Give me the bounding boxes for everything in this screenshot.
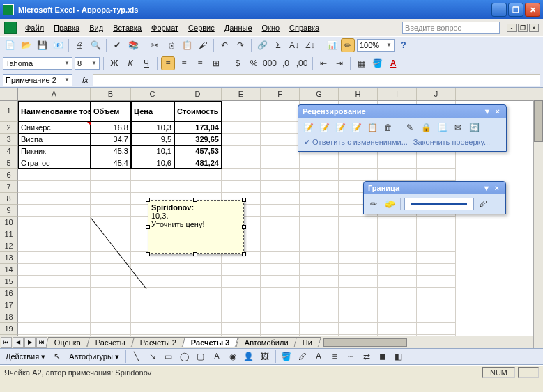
cell[interactable] (339, 264, 378, 276)
vertical-scrollbar[interactable] (533, 100, 543, 348)
cell[interactable] (300, 193, 339, 205)
row-header[interactable]: 6 (0, 169, 18, 181)
cut-icon[interactable]: ✂ (148, 38, 162, 52)
cell[interactable] (261, 252, 300, 264)
fill-color-draw-icon[interactable]: 🪣 (280, 350, 293, 363)
cell[interactable] (261, 193, 300, 205)
row-header[interactable]: 10 (0, 217, 18, 228)
format-painter-icon[interactable]: 🖌 (196, 38, 210, 52)
sheet-tab[interactable]: Расчеты 2 (131, 337, 185, 347)
inc-indent-icon[interactable]: ⇥ (332, 56, 346, 70)
col-header-H[interactable]: H (339, 88, 378, 100)
row-header[interactable]: 18 (0, 311, 18, 323)
cell[interactable] (91, 181, 131, 193)
border-toolbar[interactable]: Граница▼ × ✏ 🧽 🖊 (363, 181, 506, 214)
cell[interactable] (261, 276, 300, 288)
borders-icon[interactable]: ▦ (354, 56, 368, 70)
cell[interactable] (261, 169, 300, 181)
cell[interactable] (174, 264, 222, 276)
cell[interactable] (300, 288, 339, 299)
cell[interactable] (261, 146, 300, 157)
row-header[interactable]: 8 (0, 193, 18, 205)
cell[interactable] (222, 288, 261, 299)
menu-view[interactable]: Вид (85, 22, 107, 33)
print-icon[interactable]: 🖨 (72, 38, 86, 52)
cell[interactable] (18, 181, 91, 193)
diagram-icon[interactable]: ◉ (226, 350, 240, 363)
ink-icon[interactable]: ✎ (403, 120, 417, 134)
cell[interactable] (261, 264, 300, 276)
new-icon[interactable]: 📄 (3, 38, 17, 52)
cell[interactable] (91, 169, 131, 181)
underline-icon[interactable]: Ч (139, 56, 153, 70)
font-selector[interactable]: Tahoma▼ (3, 57, 72, 70)
row-header[interactable]: 16 (0, 288, 18, 299)
align-left-icon[interactable]: ≡ (161, 56, 175, 70)
cell[interactable] (222, 264, 261, 276)
cell-D1[interactable]: Стоимость (174, 101, 222, 122)
autoshapes-menu[interactable]: Автофигуры ▾ (66, 351, 122, 363)
workbook-icon[interactable] (4, 22, 17, 34)
cell[interactable] (417, 252, 456, 264)
cell[interactable] (300, 157, 339, 169)
sheet-tab[interactable]: Автомобили (236, 337, 298, 347)
cell[interactable] (222, 101, 261, 122)
cell[interactable] (417, 323, 456, 335)
draw-border-icon[interactable]: ✏ (367, 197, 381, 211)
cell-B5[interactable]: 45,4 (91, 157, 131, 169)
wordart-icon[interactable]: A (210, 350, 224, 363)
align-right-icon[interactable]: ≡ (193, 56, 207, 70)
cell[interactable] (378, 288, 417, 299)
cell[interactable] (91, 299, 131, 311)
update-icon[interactable]: 🔄 (467, 120, 481, 134)
cell[interactable] (222, 122, 261, 134)
track-icon[interactable]: 📃 (435, 120, 449, 134)
dash-style-icon[interactable]: ┄ (344, 350, 358, 363)
cell[interactable] (378, 217, 417, 228)
cell[interactable] (91, 311, 131, 323)
cell[interactable] (91, 193, 131, 205)
cell[interactable] (339, 276, 378, 288)
cell[interactable] (339, 157, 378, 169)
select-objects-icon[interactable]: ↖ (50, 350, 64, 363)
maximize-button[interactable]: ❐ (508, 3, 523, 17)
cell[interactable] (174, 311, 222, 323)
cell[interactable] (174, 299, 222, 311)
cell[interactable] (300, 169, 339, 181)
cell[interactable] (378, 323, 417, 335)
cell-A1[interactable]: Наименование товара (18, 101, 91, 122)
cell[interactable] (174, 169, 222, 181)
col-header-B[interactable]: B (91, 88, 131, 100)
menu-edit[interactable]: Правка (49, 22, 84, 33)
delete-comment-icon[interactable]: 🗑 (381, 120, 395, 134)
cell[interactable] (261, 157, 300, 169)
cell-A2[interactable]: Сникерс (18, 122, 91, 134)
close-button[interactable]: ✕ (525, 3, 540, 17)
draw-actions-menu[interactable]: Действия ▾ (3, 351, 48, 363)
select-all-corner[interactable] (0, 88, 18, 100)
cell-D5[interactable]: 481,24 (174, 157, 222, 169)
cell[interactable] (378, 252, 417, 264)
undo-icon[interactable]: ↶ (217, 38, 231, 52)
cell[interactable] (261, 228, 300, 240)
col-header-E[interactable]: E (222, 88, 261, 100)
cell[interactable] (222, 134, 261, 146)
cell[interactable] (261, 101, 300, 122)
menu-format[interactable]: Формат (147, 22, 183, 33)
cell-C2[interactable]: 10,3 (131, 122, 174, 134)
cell[interactable] (18, 228, 91, 240)
research-icon[interactable]: 📚 (126, 38, 140, 52)
cell[interactable] (378, 311, 417, 323)
sheet-tab-active[interactable]: Расчеты 3 (182, 337, 238, 347)
border-close-button[interactable]: × (493, 184, 501, 192)
cell-D4[interactable]: 457,53 (174, 146, 222, 157)
cell-C4[interactable]: 10,1 (131, 146, 174, 157)
cell[interactable] (378, 299, 417, 311)
paste-icon[interactable]: 📋 (180, 38, 194, 52)
border-color-icon[interactable]: 🖊 (476, 197, 490, 211)
cell[interactable] (18, 299, 91, 311)
review-close-button[interactable]: × (494, 107, 502, 116)
cell[interactable] (300, 276, 339, 288)
next-comment-icon[interactable]: 📝 (333, 120, 347, 134)
autosum-icon[interactable]: Σ (271, 38, 285, 52)
